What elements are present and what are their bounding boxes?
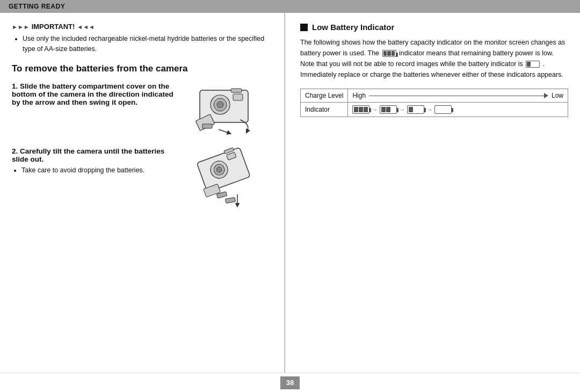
page-wrapper: GETTING READY ►►► IMPORTANT! ◄◄◄ Use onl… bbox=[0, 0, 580, 392]
bi1-tip bbox=[369, 108, 371, 112]
battery-indicator-4 bbox=[434, 105, 452, 114]
low-battery-title: Low Battery Indicator bbox=[312, 23, 394, 32]
bi1-bar1 bbox=[354, 107, 358, 112]
arrow-line-main bbox=[373, 96, 544, 96]
battery-table: Charge Level High Low bbox=[300, 89, 568, 117]
header-bar: GETTING READY bbox=[0, 0, 580, 13]
bi2-bar1 bbox=[381, 107, 386, 112]
important-bullet-1: Use only the included rechargeable nicke… bbox=[23, 34, 272, 54]
bi4-bar2-empty bbox=[441, 107, 445, 112]
bi3-bar3-empty bbox=[418, 107, 423, 112]
important-bullets-list: Use only the included rechargeable nicke… bbox=[12, 34, 272, 54]
important-label: IMPORTANT! bbox=[32, 23, 75, 31]
svg-rect-4 bbox=[233, 94, 243, 100]
header-title: GETTING READY bbox=[9, 3, 65, 10]
step-2-left: 2. Carefully tilt the camera until the b… bbox=[12, 147, 181, 176]
svg-rect-7 bbox=[202, 124, 212, 128]
bi4-tip bbox=[452, 108, 453, 112]
step-1-number: 1. Slide the battery compartment cover o… bbox=[12, 82, 181, 106]
arrow-left-icon: ►►► bbox=[12, 24, 30, 30]
charge-level-label: Charge Level bbox=[305, 92, 343, 99]
remove-batteries-title: To remove the batteries from the camera bbox=[12, 63, 272, 75]
indicator-label-cell: Indicator bbox=[301, 103, 348, 117]
right-column: Low Battery Indicator The following show… bbox=[285, 13, 580, 373]
indicator-label: Indicator bbox=[305, 106, 330, 113]
batt-bar-low bbox=[527, 62, 531, 67]
important-title: ►►► IMPORTANT! ◄◄◄ bbox=[12, 23, 272, 31]
step-1-image bbox=[186, 82, 272, 139]
footer: 38 bbox=[0, 373, 580, 392]
charge-arrow-container bbox=[369, 93, 548, 98]
camera-sketch-2 bbox=[189, 147, 270, 212]
svg-rect-5 bbox=[231, 89, 242, 92]
camera-sketch-1 bbox=[189, 82, 270, 139]
indicator-content-cell: → → bbox=[348, 103, 568, 117]
bi3-tip bbox=[424, 108, 426, 112]
bi2-bar3-empty bbox=[391, 107, 395, 112]
battery-icon-full-inline bbox=[382, 50, 396, 57]
svg-line-8 bbox=[219, 129, 229, 133]
arrow-right-icon: ◄◄◄ bbox=[77, 24, 95, 30]
svg-point-3 bbox=[217, 101, 223, 108]
step-2: 2. Carefully tilt the camera until the b… bbox=[12, 147, 272, 212]
step-2-number: 2. Carefully tilt the camera until the b… bbox=[12, 147, 181, 163]
indicator-row: Indicator → bbox=[301, 103, 568, 117]
step-1: 1. Slide the battery compartment cover o… bbox=[12, 82, 272, 139]
charge-level-label-cell: Charge Level bbox=[301, 89, 348, 103]
svg-rect-17 bbox=[225, 197, 235, 203]
left-column: ►►► IMPORTANT! ◄◄◄ Use only the included… bbox=[0, 13, 285, 373]
arrow-1: → bbox=[372, 106, 378, 113]
content-area: ►►► IMPORTANT! ◄◄◄ Use only the included… bbox=[0, 13, 580, 373]
step-2-bold: Carefully tilt the camera until the batt… bbox=[12, 147, 164, 163]
page-number: 38 bbox=[280, 376, 300, 389]
step-2-bullet: Take care to avoid dropping the batterie… bbox=[21, 165, 181, 176]
arrow-2: → bbox=[399, 106, 405, 113]
low-battery-header: Low Battery Indicator bbox=[300, 23, 568, 32]
bi1-bar3 bbox=[364, 107, 368, 112]
batt-bar-2 bbox=[387, 51, 391, 56]
step-2-bullets: Take care to avoid dropping the batterie… bbox=[12, 165, 181, 176]
bi3-bar1 bbox=[409, 107, 413, 112]
charge-level-content-cell: High Low bbox=[348, 89, 568, 103]
bi1-bar2 bbox=[359, 107, 363, 112]
step-1-left: 1. Slide the battery compartment cover o… bbox=[12, 82, 181, 106]
batt-bar-1 bbox=[383, 51, 387, 56]
arrow-3: → bbox=[426, 106, 432, 113]
bi2-bar2 bbox=[386, 107, 390, 112]
important-box: ►►► IMPORTANT! ◄◄◄ Use only the included… bbox=[12, 23, 272, 54]
battery-indicator-2 bbox=[380, 105, 397, 114]
step-1-number-label: 1. bbox=[12, 82, 18, 90]
batt-bar-3 bbox=[392, 51, 395, 56]
low-label: Low bbox=[552, 92, 563, 99]
arrow-right-head bbox=[544, 93, 548, 98]
battery-indicator-1 bbox=[352, 105, 369, 114]
step-2-image bbox=[186, 147, 272, 212]
indicator-icons-row: → → bbox=[352, 105, 563, 114]
bi4-bar3-empty bbox=[446, 107, 450, 112]
section-square-icon bbox=[300, 24, 308, 31]
arrow-left-stub bbox=[369, 96, 373, 96]
bi4-bar1-empty bbox=[436, 107, 440, 112]
bi2-tip bbox=[397, 108, 398, 112]
step-2-number-label: 2. bbox=[12, 147, 18, 155]
charge-level-row: Charge Level High Low bbox=[301, 89, 568, 103]
bi3-bar2-empty bbox=[414, 107, 418, 112]
battery-indicator-3 bbox=[407, 105, 424, 114]
battery-icon-low-inline bbox=[526, 61, 540, 68]
right-body-paragraph: The following shows how the battery capa… bbox=[300, 37, 568, 80]
high-label: High bbox=[352, 92, 366, 99]
step-1-bold-label: Slide the battery compartment cover on t… bbox=[12, 82, 173, 106]
